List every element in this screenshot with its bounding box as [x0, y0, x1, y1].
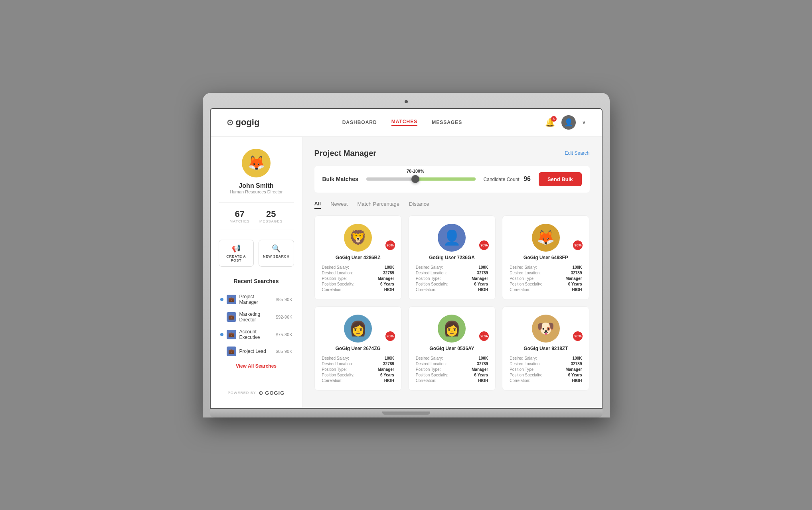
tab-all[interactable]: All — [314, 201, 321, 209]
corr-label: Correlation: — [510, 378, 530, 383]
search-item-salary: $92-96K — [276, 315, 292, 319]
corr-val: HIGH — [478, 287, 488, 292]
match-badge: 98% — [572, 240, 583, 251]
salary-val: 100K — [385, 265, 394, 270]
user-name: John Smith — [239, 182, 273, 189]
sidebar: 🦊 John Smith Human Resources Director 67… — [211, 137, 302, 408]
candidate-card[interactable]: 👤 98% GoGig User 7236GA Desired Salary: … — [408, 215, 496, 300]
avatar: 🦊 — [242, 149, 271, 177]
search-item-icon: 💼 — [227, 295, 236, 304]
matches-label: MATCHES — [230, 219, 250, 223]
search-item-marketing-director[interactable]: 💼 Marketing Director $92-96K — [219, 308, 294, 326]
search-item-icon: 💼 — [227, 330, 236, 339]
nav-dashboard[interactable]: DASHBOARD — [342, 120, 377, 125]
card-avatar-wrap: 🦁 98% — [322, 224, 394, 252]
card-detail-row: Position Type: Manager — [416, 367, 488, 372]
bulk-slider-container: 70-100% — [366, 177, 476, 181]
location-val: 32789 — [477, 362, 488, 366]
card-detail-row: Desired Location: 32789 — [510, 362, 582, 366]
candidate-card[interactable]: 👩 98% GoGig User 0536AY Desired Salary: … — [408, 306, 496, 391]
edit-search-link[interactable]: Edit Search — [565, 150, 589, 156]
powered-by: POWERED BY ⊙ gogig — [228, 378, 285, 396]
card-avatar: 👤 — [438, 224, 466, 252]
type-label: Position Type: — [416, 276, 441, 281]
nav-links: DASHBOARD MATCHES MESSAGES — [342, 119, 462, 126]
specialty-val: 6 Years — [474, 373, 488, 377]
view-all-searches-link[interactable]: View All Searches — [236, 363, 277, 369]
specialty-label: Position Specialty: — [510, 373, 542, 377]
logo[interactable]: ⊙ gogig — [227, 117, 260, 128]
user-menu-chevron[interactable]: ∨ — [582, 120, 586, 125]
create-post-button[interactable]: 📢 CREATE A POST — [219, 240, 254, 267]
card-username: GoGig User 4286BZ — [322, 255, 394, 260]
candidates-grid: 🦁 98% GoGig User 4286BZ Desired Salary: … — [314, 215, 590, 391]
corr-label: Correlation: — [322, 287, 343, 292]
card-detail-row: Desired Salary: 100K — [510, 356, 582, 360]
search-dot — [220, 350, 223, 353]
card-detail-row: Position Type: Manager — [416, 276, 488, 281]
card-username: GoGig User 9218ZT — [510, 346, 582, 351]
candidate-card[interactable]: 🦊 98% GoGig User 6498FP Desired Salary: … — [502, 215, 589, 300]
navbar: ⊙ gogig DASHBOARD MATCHES MESSAGES 🔔 3 👤… — [211, 109, 602, 137]
candidate-card[interactable]: 🦁 98% GoGig User 4286BZ Desired Salary: … — [314, 215, 402, 300]
match-badge: 98% — [385, 240, 396, 251]
type-val: Manager — [378, 367, 394, 372]
match-badge: 98% — [385, 331, 396, 342]
specialty-label: Position Specialty: — [322, 282, 355, 286]
card-detail-row: Position Specialty: 6 Years — [322, 373, 394, 377]
content-header: Project Manager Edit Search — [314, 149, 590, 158]
powered-logo: ⊙ gogig — [259, 390, 285, 396]
candidate-count-block: Candidate Count 96 — [484, 175, 531, 183]
card-detail-row: Correlation: HIGH — [322, 287, 394, 292]
salary-label: Desired Salary: — [416, 265, 443, 270]
salary-val: 100K — [385, 356, 394, 360]
search-item-icon: 💼 — [227, 312, 236, 322]
slider-thumb[interactable] — [411, 175, 419, 183]
salary-label: Desired Salary: — [416, 356, 443, 360]
corr-val: HIGH — [478, 378, 488, 383]
specialty-label: Position Specialty: — [510, 282, 542, 286]
card-detail-row: Correlation: HIGH — [322, 378, 394, 383]
candidate-card[interactable]: 👩 98% GoGig User 2674ZG Desired Salary: … — [314, 306, 402, 391]
search-item-project-manager[interactable]: 💼 Project Manager $85-90K — [219, 291, 294, 308]
nav-matches[interactable]: MATCHES — [391, 119, 417, 126]
search-item-project-lead[interactable]: 💼 Project Lead $85-90K — [219, 343, 294, 359]
stat-matches: 67 MATCHES — [230, 209, 250, 223]
match-badge: 98% — [572, 331, 583, 342]
card-avatar: 🐶 — [532, 315, 560, 343]
tab-match-percentage[interactable]: Match Percentage — [357, 201, 399, 209]
card-avatar-wrap: 🐶 98% — [510, 315, 582, 343]
new-search-icon: 🔍 — [261, 244, 291, 253]
search-item-salary: $85-90K — [276, 349, 292, 354]
card-detail-row: Correlation: HIGH — [416, 287, 488, 292]
specialty-val: 6 Years — [568, 282, 582, 286]
search-item-account-executive[interactable]: 💼 Account Executive $75-80K — [219, 326, 294, 343]
tab-newest[interactable]: Newest — [330, 201, 348, 209]
type-val: Manager — [472, 367, 488, 372]
tab-distance[interactable]: Distance — [409, 201, 429, 209]
specialty-label: Position Specialty: — [322, 373, 355, 377]
location-val: 32789 — [383, 271, 394, 275]
card-avatar: 👩 — [344, 315, 372, 343]
specialty-label: Position Specialty: — [416, 282, 448, 286]
user-avatar-nav[interactable]: 👤 — [561, 115, 576, 130]
card-detail-row: Position Specialty: 6 Years — [510, 282, 582, 286]
candidate-card[interactable]: 🐶 98% GoGig User 9218ZT Desired Salary: … — [502, 306, 589, 391]
bulk-matches-label: Bulk Matches — [322, 176, 358, 182]
send-bulk-button[interactable]: Send Bulk — [539, 172, 582, 186]
stat-messages: 25 MESSAGES — [259, 209, 283, 223]
notif-badge: 3 — [551, 116, 557, 122]
specialty-label: Position Specialty: — [416, 373, 448, 377]
bulk-matches-section: Bulk Matches 70-100% Candidate Count 96 … — [314, 166, 590, 193]
notifications-button[interactable]: 🔔 3 — [545, 118, 555, 127]
create-post-label: CREATE A POST — [221, 254, 251, 262]
new-search-button[interactable]: 🔍 NEW SEARCH — [259, 240, 294, 267]
card-avatar: 🦁 — [344, 224, 372, 252]
nav-messages[interactable]: MESSAGES — [432, 120, 462, 125]
location-val: 32789 — [571, 362, 582, 366]
type-label: Position Type: — [322, 276, 347, 281]
location-label: Desired Location: — [322, 362, 353, 366]
location-label: Desired Location: — [510, 271, 541, 275]
card-username: GoGig User 6498FP — [510, 255, 582, 260]
card-username: GoGig User 0536AY — [416, 346, 488, 351]
